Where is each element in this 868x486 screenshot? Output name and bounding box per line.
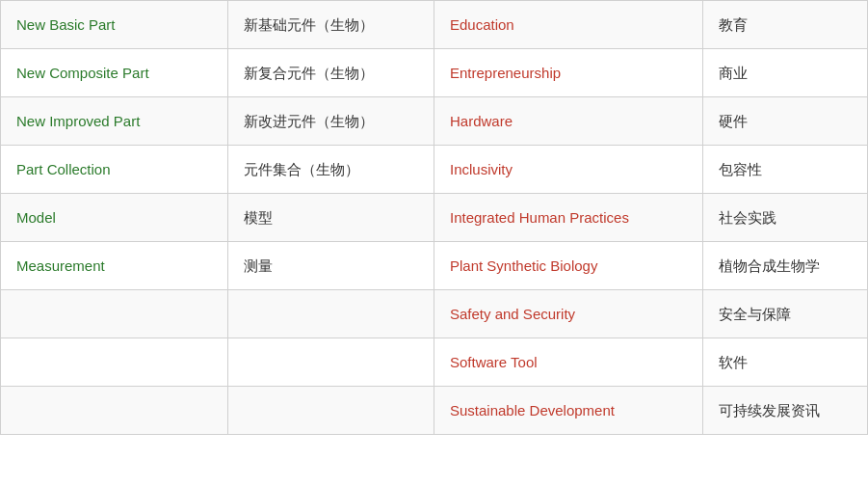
col2-en: Software Tool (434, 338, 702, 387)
col1-zh: 模型 (227, 194, 434, 242)
col1-en: Model (1, 194, 228, 242)
col2-en: Hardware (434, 97, 702, 146)
col2-zh: 社会实践 (702, 194, 867, 242)
main-table: New Basic Part新基础元件（生物）Education教育New Co… (0, 0, 868, 435)
col2-zh: 软件 (702, 338, 867, 387)
col2-en: Integrated Human Practices (434, 194, 702, 242)
col2-zh: 可持续发展资讯 (702, 387, 867, 435)
col1-en (1, 290, 228, 338)
col2-en: Entrepreneurship (434, 49, 702, 97)
col1-zh: 元件集合（生物） (227, 146, 434, 194)
col1-en: New Composite Part (1, 49, 228, 97)
col1-zh: 新基础元件（生物） (227, 1, 434, 49)
col2-en: Education (434, 1, 702, 49)
col2-zh: 植物合成生物学 (702, 242, 867, 290)
col1-en: New Improved Part (1, 97, 228, 146)
col2-zh: 商业 (702, 49, 867, 97)
col1-en: Part Collection (1, 146, 228, 194)
col2-en: Inclusivity (434, 146, 702, 194)
col2-en: Safety and Security (434, 290, 702, 338)
col2-zh: 教育 (702, 1, 867, 49)
col1-en (1, 338, 228, 387)
col1-zh (227, 338, 434, 387)
col2-en: Sustainable Development (434, 387, 702, 435)
col1-zh: 测量 (227, 242, 434, 290)
col1-en: New Basic Part (1, 1, 228, 49)
col1-zh: 新改进元件（生物） (227, 97, 434, 146)
col1-en (1, 387, 228, 435)
col1-zh (227, 290, 434, 338)
col1-zh (227, 387, 434, 435)
col2-zh: 安全与保障 (702, 290, 867, 338)
col2-zh: 硬件 (702, 97, 867, 146)
col1-en: Measurement (1, 242, 228, 290)
col2-zh: 包容性 (702, 146, 867, 194)
col2-en: Plant Synthetic Biology (434, 242, 702, 290)
col1-zh: 新复合元件（生物） (227, 49, 434, 97)
